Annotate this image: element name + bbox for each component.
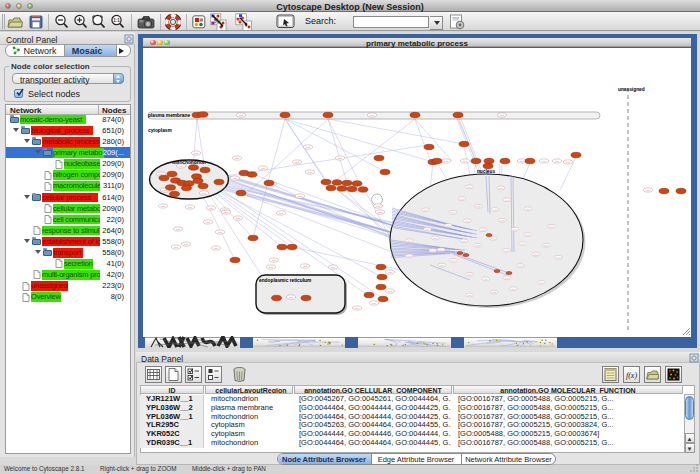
svg-text:cytoplasm: cytoplasm: [148, 128, 172, 133]
svg-text:nucleus: nucleus: [477, 169, 495, 174]
svg-text:mitochondrion: mitochondrion: [172, 160, 206, 165]
svg-text:endoplasmic reticulum: endoplasmic reticulum: [259, 278, 311, 283]
svg-text:1:1: 1:1: [113, 18, 120, 23]
svg-text:plasma membrane: plasma membrane: [148, 113, 190, 118]
svg-text:unassigned: unassigned: [618, 87, 645, 92]
svg-text:f(x): f(x): [626, 371, 637, 380]
